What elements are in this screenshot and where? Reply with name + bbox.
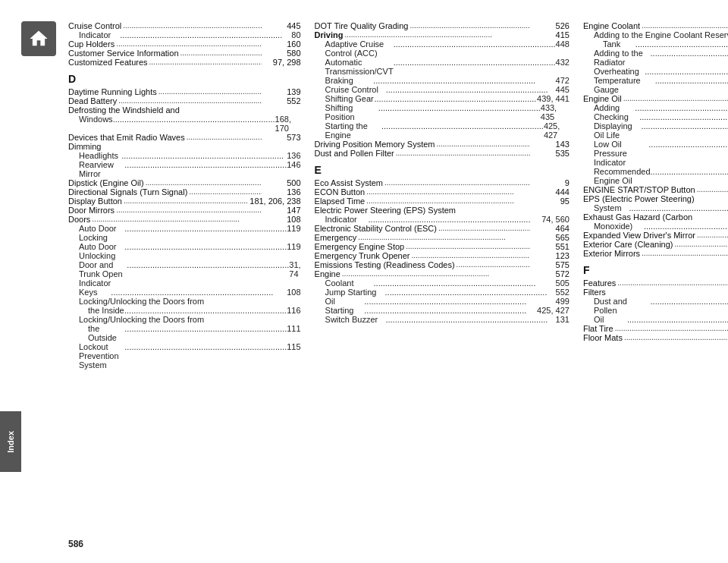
index-entry: the Inside .............................… <box>68 306 301 315</box>
index-entry: Cruise Control .........................… <box>68 21 301 30</box>
entry-dots: ........................................… <box>344 30 529 39</box>
entry-dots: ........................................… <box>124 242 287 260</box>
index-entry: Display Button .........................… <box>68 197 301 206</box>
entry-label: Adaptive Cruise Control (ACC) <box>325 39 394 58</box>
entry-page: 143 <box>532 140 570 149</box>
index-entry: EPS (Electric Power Steering) <box>583 194 728 203</box>
entry-page: 108 <box>287 288 300 297</box>
index-entry: Electronic Stability Control (ESC) .....… <box>315 224 570 233</box>
entry-page: 575 <box>532 260 570 269</box>
entry-label: Auto Door Unlocking <box>79 242 124 260</box>
entry-label: Door and Trunk Open Indicator <box>79 260 127 288</box>
entry-label: Dimming <box>68 142 101 151</box>
index-entry: Features ...............................… <box>583 278 728 288</box>
entry-page: 444 <box>532 187 570 197</box>
index-entry: Flat Tire ..............................… <box>583 324 728 333</box>
index-entry: Door Mirrors ...........................… <box>68 206 301 215</box>
entry-dots: ........................................… <box>651 167 728 185</box>
entry-page: 445 <box>263 21 301 30</box>
entry-page: 552 <box>556 288 570 297</box>
entry-label: Floor Mats <box>583 333 623 342</box>
entry-label: Oil <box>325 297 335 306</box>
entry-label: Exterior Mirrors <box>583 249 640 258</box>
index-entry: Checking ...............................… <box>583 112 728 121</box>
entry-page: 108 <box>263 215 301 224</box>
entry-dots: ........................................… <box>394 39 556 58</box>
entry-label: Doors <box>68 215 90 224</box>
entry-dots: ........................................… <box>623 94 728 103</box>
entry-page: 439, 441 <box>537 94 570 103</box>
entry-page: 573 <box>263 133 301 142</box>
entry-dots: ........................................… <box>384 178 530 187</box>
entry-page: 139 <box>263 87 301 96</box>
entry-label: Cruise Control <box>325 85 378 94</box>
entry-label: Directional Signals (Turn Signal) <box>68 187 187 197</box>
entry-page: 500 <box>263 178 301 187</box>
entry-page: 119 <box>287 224 300 242</box>
entry-label: Low Oil Pressure Indicator <box>594 140 648 167</box>
entry-label: Shifting Gear <box>325 94 374 103</box>
entry-page: 432 <box>556 58 570 76</box>
index-entry: Emissions Testing (Readiness Codes) ....… <box>315 260 570 269</box>
entry-label: System <box>594 203 622 212</box>
index-entry: Cruise Control .........................… <box>315 85 570 94</box>
index-label: Index <box>6 431 15 453</box>
entry-page: 111 <box>287 324 300 342</box>
index-entry: ECON Button ............................… <box>315 187 570 197</box>
entry-dots: ........................................… <box>180 49 262 58</box>
entry-dots: ........................................… <box>624 333 728 342</box>
entry-dots: ........................................… <box>113 115 275 133</box>
entry-label: Automatic Transmission/CVT <box>325 58 394 76</box>
entry-label: the Outside <box>88 324 124 342</box>
entry-dots: ........................................… <box>639 112 728 121</box>
entry-page: 445 <box>556 85 570 94</box>
entry-label: Electronic Stability Control (ESC) <box>315 224 437 233</box>
entry-label: Adding to the Engine Coolant Reserve <box>594 30 728 39</box>
entry-dots: ........................................… <box>385 288 548 297</box>
index-entry: Engine .................................… <box>315 269 570 278</box>
index-entry: Exterior Care (Cleaning) ...............… <box>583 240 728 249</box>
entry-dots: ........................................… <box>358 233 530 242</box>
entry-dots: ........................................… <box>385 315 548 324</box>
index-entry: Driving Position Memory System .........… <box>315 140 570 149</box>
home-icon-box[interactable] <box>21 21 56 56</box>
entry-label: Coolant <box>325 278 354 288</box>
index-entry: Filters <box>583 288 728 297</box>
entry-label: Switch Buzzer <box>325 315 378 324</box>
entry-label: Adding to the Radiator <box>594 49 651 67</box>
entry-page: 464 <box>532 224 570 233</box>
index-entry: Engine Coolant .........................… <box>583 21 728 30</box>
entry-dots: ........................................… <box>187 133 262 142</box>
entry-dots: ........................................… <box>127 260 289 288</box>
entry-dots: ........................................… <box>124 306 287 315</box>
entry-dots: ........................................… <box>373 76 535 85</box>
entry-dots: ........................................… <box>675 240 728 249</box>
entry-page: 123 <box>532 251 570 260</box>
entry-label: Engine <box>315 269 340 278</box>
entry-dots: ........................................… <box>386 85 548 94</box>
entry-page: 551 <box>532 242 570 251</box>
entry-dots: ........................................… <box>364 297 526 306</box>
entry-page: 425, 427 <box>537 306 570 315</box>
column-3: Engine Coolant .........................… <box>583 21 728 370</box>
index-entry: Electric Power Steering (EPS) System <box>315 206 570 215</box>
entry-label: Customized Features <box>68 58 148 67</box>
index-entry: Customized Features ....................… <box>68 58 301 67</box>
entry-label: Auto Door Locking <box>79 224 124 242</box>
index-entry: Defrosting the Windshield and <box>68 105 301 115</box>
entry-dots: ........................................… <box>146 178 262 187</box>
entry-dots: ........................................… <box>437 140 530 149</box>
entry-dots: ........................................… <box>410 21 529 30</box>
entry-label: Dipstick (Engine Oil) <box>68 178 144 187</box>
index-entry: Floor Mats .............................… <box>583 333 728 342</box>
entry-label: DOT Tire Quality Grading <box>315 21 409 30</box>
entry-dots: ........................................… <box>342 269 530 278</box>
entry-dots: ........................................… <box>642 249 728 258</box>
entry-page: 448 <box>556 39 570 58</box>
entry-dots: ........................................… <box>645 67 728 76</box>
index-entry: Windows ................................… <box>68 115 301 133</box>
entry-label: Driving <box>315 30 344 39</box>
column-2: DOT Tire Quality Grading ...............… <box>315 21 583 370</box>
entry-page: 505 <box>556 278 570 288</box>
entry-dots: ........................................… <box>149 58 262 67</box>
